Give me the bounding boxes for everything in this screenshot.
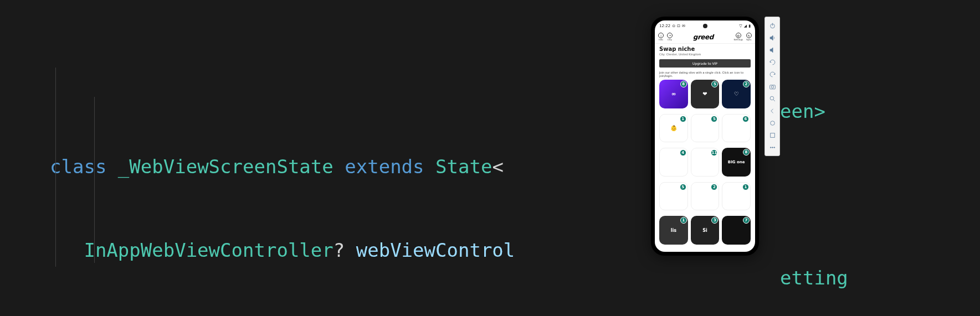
upgrade-vip-button[interactable]: Upgrade to VIP — [659, 59, 751, 68]
app-tile[interactable]: ❤4 — [659, 148, 688, 177]
sync-icon: ↻ — [746, 33, 752, 38]
app-grid: ∞8❤5♡2👶1∞5do6❤4∞11BIG one8205∞2GAY!1lis1… — [655, 80, 755, 252]
badge: 8 — [680, 81, 687, 87]
volume-down-icon[interactable] — [765, 44, 779, 56]
more-icon[interactable] — [765, 141, 779, 153]
app-tile[interactable]: ∞5 — [691, 114, 720, 143]
power-icon[interactable] — [765, 19, 779, 32]
svg-marker-2 — [770, 35, 773, 40]
help-text: Join our other dating sites with a singl… — [655, 70, 755, 80]
home-icon[interactable] — [765, 117, 779, 129]
badge: 2 — [743, 81, 750, 87]
badge: 8 — [743, 149, 750, 156]
badge: 1 — [680, 217, 687, 224]
signal-icon: ◢ — [744, 24, 747, 28]
svg-point-12 — [773, 147, 774, 148]
app-tile[interactable]: ∞8 — [659, 80, 688, 108]
nav-settings[interactable]: ⚙Settings — [734, 33, 743, 41]
app-tile[interactable]: do6 — [722, 114, 751, 143]
brand-logo: greed — [693, 33, 714, 41]
app-tile[interactable]: 👶1 — [659, 114, 688, 143]
app-tile[interactable]: ∞2 — [691, 182, 720, 211]
badge: 7 — [743, 217, 750, 224]
app-tile[interactable]: ∞11 — [691, 148, 720, 177]
badge: 3 — [711, 217, 718, 224]
svg-rect-9 — [770, 133, 774, 137]
nav-sync[interactable]: ↻Sync — [746, 33, 752, 41]
svg-point-6 — [770, 96, 774, 100]
emulator-device[interactable]: 12:22 ⊙ ⊡ ✉ ▽ ◢ ▮ iInfo ⌖City greed ⚙Set… — [651, 17, 759, 256]
wifi-icon: ▽ — [739, 24, 742, 28]
page-subtitle: City: Chester, United Kingdom — [659, 53, 751, 56]
svg-point-8 — [770, 121, 774, 125]
app-tile[interactable]: lis1 — [659, 216, 688, 245]
badge: 5 — [711, 116, 717, 122]
info-icon: i — [658, 33, 664, 38]
overview-icon[interactable] — [765, 129, 779, 141]
device-screen[interactable]: 12:22 ⊙ ⊡ ✉ ▽ ◢ ▮ iInfo ⌖City greed ⚙Set… — [655, 20, 755, 252]
rotate-left-icon[interactable] — [765, 56, 779, 68]
status-icon: ⊡ — [677, 24, 680, 28]
badge: 2 — [711, 184, 717, 190]
camera-icon[interactable] — [765, 80, 779, 92]
badge: 5 — [711, 81, 718, 87]
app-tile[interactable]: 7 — [722, 216, 751, 245]
zoom-icon[interactable] — [765, 92, 779, 105]
app-tile[interactable]: Si3 — [691, 216, 720, 245]
app-tile[interactable]: BIG one8 — [722, 148, 751, 177]
camera-dot — [703, 24, 707, 28]
rotate-right-icon[interactable] — [765, 68, 779, 80]
pin-icon: ⌖ — [667, 33, 673, 38]
code-right-fragment: een> etting — [780, 42, 848, 316]
nav-info[interactable]: iInfo — [658, 33, 664, 41]
badge: 1 — [742, 184, 749, 190]
back-icon[interactable] — [765, 105, 779, 117]
svg-line-7 — [773, 100, 775, 101]
badge: 11 — [711, 149, 717, 156]
status-icon: ⊙ — [672, 24, 675, 28]
volume-up-icon[interactable] — [765, 32, 779, 44]
badge: 6 — [742, 116, 749, 122]
svg-point-10 — [770, 147, 771, 148]
gear-icon: ⚙ — [736, 33, 741, 38]
battery-icon: ▮ — [748, 24, 751, 28]
status-icon: ✉ — [682, 24, 685, 28]
app-tile[interactable]: ❤5 — [691, 80, 720, 108]
app-nav: iInfo ⌖City greed ⚙Settings ↻Sync — [655, 30, 755, 44]
nav-city[interactable]: ⌖City — [667, 33, 673, 41]
svg-point-5 — [771, 85, 773, 87]
page-title: Swap niche — [659, 46, 751, 52]
badge: 5 — [680, 184, 686, 190]
app-tile[interactable]: 205 — [659, 182, 688, 211]
svg-marker-3 — [770, 48, 773, 53]
badge: 1 — [680, 116, 686, 122]
app-tile[interactable]: GAY!1 — [722, 182, 751, 211]
emulator-toolbar — [764, 17, 780, 156]
indent-guide — [94, 97, 95, 263]
indent-guide — [55, 68, 56, 267]
page-header: Swap niche City: Chester, United Kingdom — [655, 44, 755, 57]
svg-point-11 — [772, 147, 773, 148]
status-time: 12:22 — [659, 24, 670, 28]
app-tile[interactable]: ♡2 — [722, 80, 751, 108]
badge: 4 — [680, 149, 686, 156]
